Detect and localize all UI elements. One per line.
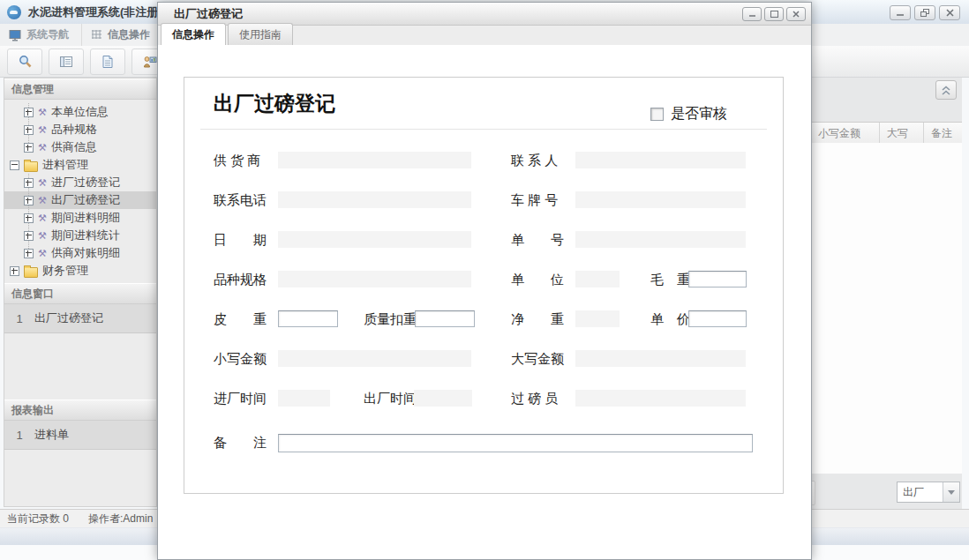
tree-item-spec[interactable]: ⚒ 品种规格 [4, 121, 156, 138]
search-button[interactable] [7, 49, 42, 75]
report-item[interactable]: 1 进料单 [4, 421, 156, 450]
list-item-label: 出厂过磅登记 [34, 310, 103, 326]
tree-item-period-stats[interactable]: ⚒ 期间进料统计 [4, 227, 156, 244]
expand-icon[interactable] [24, 178, 34, 188]
expand-icon[interactable] [24, 125, 34, 135]
price-input[interactable] [688, 310, 747, 327]
expand-icon[interactable] [10, 266, 19, 276]
doc-no-field [575, 231, 746, 248]
close-icon [946, 9, 954, 17]
tree-item-label: 财务管理 [42, 263, 88, 279]
restore-icon [920, 9, 930, 17]
expand-icon[interactable] [24, 143, 34, 153]
supplier-field [278, 152, 471, 168]
tree-item-label: 期间进料统计 [51, 228, 120, 243]
panel-header-report[interactable]: 报表输出 [4, 399, 156, 421]
time-out-field [414, 390, 472, 407]
expand-icon[interactable] [24, 231, 34, 241]
close-icon [792, 11, 800, 18]
audit-label: 是否审核 [671, 105, 727, 123]
remark-input[interactable] [278, 434, 753, 452]
expand-icon[interactable] [24, 249, 34, 258]
doc-no-label: 单 号 [511, 232, 564, 249]
contact-label: 联 系 人 [511, 153, 558, 169]
nav-tree: ⚒ 本单位信息 ⚒ 品种规格 ⚒ 供商信息 进料管理 ⚒ 进厂过磅登记 [4, 100, 156, 283]
record-count: 当前记录数 0 [7, 511, 88, 526]
tools-icon: ⚒ [38, 108, 47, 117]
tools-icon: ⚒ [38, 196, 47, 205]
collapse-panel-button[interactable] [935, 80, 957, 100]
tree-item-period-detail[interactable]: ⚒ 期间进料明细 [4, 209, 156, 227]
nav-tab-info[interactable]: 信息操作 [82, 24, 163, 46]
phone-field [278, 191, 471, 208]
tree-item-entry-weigh[interactable]: ⚒ 进厂过磅登记 [4, 174, 156, 191]
document-icon [101, 55, 115, 69]
nav-tab-label: 信息操作 [108, 27, 150, 42]
deduct-input[interactable] [415, 310, 475, 327]
list-view-button[interactable] [49, 49, 84, 75]
grid-col-remark[interactable]: 备注 [923, 123, 962, 144]
dialog-title: 出厂过磅登记 [174, 6, 243, 22]
amount-label: 小写金额 [214, 351, 267, 368]
unit-field [575, 271, 620, 287]
operator-label: 操作者:Admin [88, 511, 153, 526]
weigh-type-dropdown[interactable]: 出厂 [897, 482, 960, 503]
tree-item-label: 供商信息 [51, 139, 97, 155]
collapse-icon[interactable] [10, 161, 19, 170]
remark-label: 备 注 [214, 435, 267, 452]
tab-user-guide[interactable]: 使用指南 [228, 23, 293, 45]
user-report-icon [142, 55, 157, 69]
tree-item-label: 期间进料明细 [51, 210, 120, 226]
amount-cn-label: 大写金额 [511, 351, 564, 368]
tare-input[interactable] [278, 310, 338, 327]
tree-item-label: 出厂过磅登记 [51, 192, 120, 208]
plate-label: 车 牌 号 [511, 192, 558, 209]
tree-item-label: 供商对账明细 [51, 245, 120, 261]
tree-item-supplier-info[interactable]: ⚒ 供商信息 [4, 138, 156, 156]
time-out-label: 出厂时间 [364, 391, 417, 407]
exit-weigh-form: 出厂过磅登记 是否审核 供 货 商 联 系 人 联系电话 车 牌 号 日 期 [184, 77, 784, 494]
info-window-item[interactable]: 1 出厂过磅登记 [4, 304, 156, 333]
amount-field [278, 350, 471, 367]
gross-input[interactable] [688, 271, 747, 287]
grid-icon [91, 29, 102, 41]
supplier-label: 供 货 商 [214, 153, 260, 169]
dialog-maximize-button[interactable] [764, 7, 784, 21]
list-view-icon [59, 55, 73, 69]
list-item-index: 1 [4, 312, 34, 325]
tools-icon: ⚒ [38, 143, 47, 153]
panel-header-info[interactable]: 信息管理 [4, 78, 156, 100]
expand-icon[interactable] [24, 108, 34, 117]
tree-folder-feed-mgmt[interactable]: 进料管理 [4, 156, 156, 174]
document-button[interactable] [90, 49, 125, 75]
minimize-button[interactable] [890, 5, 911, 20]
tree-item-unit-info[interactable]: ⚒ 本单位信息 [4, 103, 156, 121]
panel-header-window[interactable]: 信息窗口 [4, 283, 156, 304]
dialog-minimize-button[interactable] [742, 7, 762, 21]
weigher-field [575, 390, 746, 407]
dialog-close-button[interactable] [786, 7, 806, 21]
grid-col-amount-cn[interactable]: 大写 [879, 123, 923, 144]
tree-item-exit-weigh[interactable]: ⚒ 出厂过磅登记 [4, 191, 156, 209]
expand-icon[interactable] [24, 213, 34, 223]
expand-icon[interactable] [24, 196, 34, 205]
dropdown-value: 出厂 [898, 485, 943, 500]
audit-checkbox[interactable] [650, 108, 664, 121]
folder-icon [24, 267, 38, 278]
tree-item-supplier-recon[interactable]: ⚒ 供商对账明细 [4, 244, 156, 262]
nav-tab-label: 系统导航 [26, 27, 69, 42]
dialog-body: 出厂过磅登记 是否审核 供 货 商 联 系 人 联系电话 车 牌 号 日 期 [158, 45, 811, 559]
tree-folder-finance-mgmt[interactable]: 财务管理 [4, 262, 156, 280]
tree-item-label: 进厂过磅登记 [51, 175, 120, 190]
grid-col-amount[interactable]: 小写金额 [810, 123, 879, 144]
exit-weigh-dialog: 出厂过磅登记 信息操作 使用指南 出厂过磅登记 是否审核 供 货 商 联 系 人 [157, 2, 812, 560]
tab-info-operation[interactable]: 信息操作 [161, 23, 226, 46]
restore-button[interactable] [914, 5, 935, 20]
nav-tab-system[interactable]: 系统导航 [0, 24, 82, 46]
gross-label: 毛 重 [650, 272, 690, 288]
form-heading: 出厂过磅登记 [214, 90, 335, 117]
dialog-tabbar: 信息操作 使用指南 [158, 26, 811, 46]
list-item-index: 1 [4, 429, 34, 442]
app-logo-icon [7, 5, 21, 19]
close-button[interactable] [939, 5, 960, 20]
